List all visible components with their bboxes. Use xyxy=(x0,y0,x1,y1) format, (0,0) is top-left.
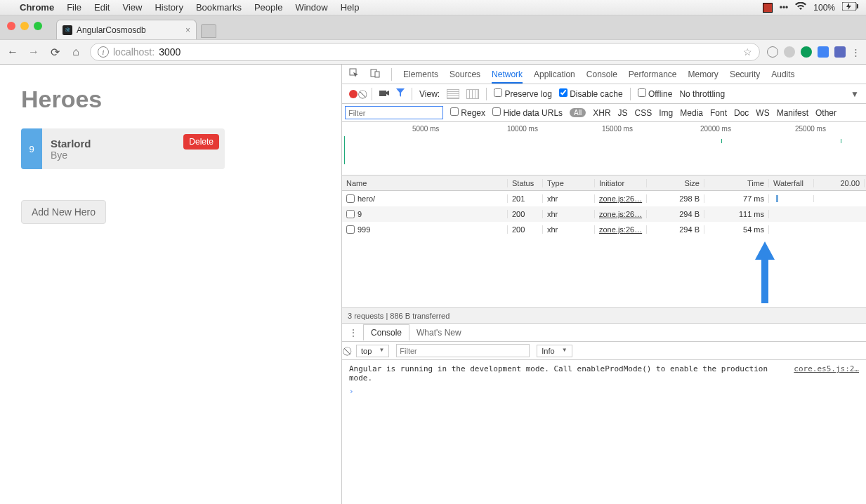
tab-security[interactable]: Security xyxy=(730,65,760,84)
tab-elements[interactable]: Elements xyxy=(403,65,438,84)
browser-menu-icon[interactable]: ⋮ xyxy=(851,47,860,58)
row-checkbox[interactable] xyxy=(346,210,355,218)
col-time[interactable]: Time xyxy=(704,179,769,187)
console-source-link[interactable]: core.es5.js:2… xyxy=(794,364,859,383)
regex-checkbox[interactable]: Regex xyxy=(450,107,485,118)
row-checkbox[interactable] xyxy=(346,194,355,203)
window-zoom[interactable] xyxy=(34,22,42,30)
battery-icon[interactable] xyxy=(842,2,859,13)
menubar-app[interactable]: Chrome xyxy=(20,2,54,13)
menu-edit[interactable]: Edit xyxy=(94,2,110,13)
nav-back-icon[interactable]: ← xyxy=(6,46,20,58)
type-ws[interactable]: WS xyxy=(756,108,769,118)
browser-tab[interactable]: ⚛ AngularCosmosdb × xyxy=(56,20,197,39)
console-filter-input[interactable] xyxy=(396,344,530,357)
menu-people[interactable]: People xyxy=(254,2,282,13)
preserve-log-checkbox[interactable]: Preserve log xyxy=(494,88,552,99)
table-row[interactable]: 9 200 xhr zone.js:26… 294 B 111 ms xyxy=(342,206,866,222)
col-waterfall[interactable]: Waterfall xyxy=(769,179,814,187)
col-name[interactable]: Name xyxy=(342,179,508,187)
view-frames-icon[interactable] xyxy=(466,89,479,99)
new-tab-button[interactable] xyxy=(201,24,216,38)
table-row[interactable]: 999 200 xhr zone.js:26… 294 B 54 ms xyxy=(342,222,866,237)
nav-forward-icon[interactable]: → xyxy=(27,46,41,58)
window-minimize[interactable] xyxy=(20,22,29,30)
camera-icon[interactable] xyxy=(379,89,389,99)
tab-application[interactable]: Application xyxy=(534,65,575,84)
type-media[interactable]: Media xyxy=(680,108,703,118)
menubar-app-icon[interactable] xyxy=(763,3,773,13)
ext-icon-3[interactable] xyxy=(801,46,812,58)
type-all[interactable]: All xyxy=(570,108,586,117)
cell-type: xhr xyxy=(543,210,595,218)
ext-icon-4[interactable] xyxy=(818,46,829,58)
menu-file[interactable]: File xyxy=(67,2,81,13)
window-close[interactable] xyxy=(7,22,15,30)
hero-card[interactable]: 9 Starlord Bye Delete xyxy=(21,128,225,169)
table-row[interactable]: hero/ 201 xhr zone.js:26… 298 B 77 ms xyxy=(342,191,866,206)
delete-button[interactable]: Delete xyxy=(183,134,219,150)
type-img[interactable]: Img xyxy=(659,108,673,118)
type-doc[interactable]: Doc xyxy=(734,108,749,118)
hide-data-urls-checkbox[interactable]: Hide data URLs xyxy=(492,107,563,118)
timeline-tick: 10000 ms xyxy=(507,125,538,133)
menu-history[interactable]: History xyxy=(155,2,183,13)
menu-view[interactable]: View xyxy=(122,2,142,13)
console-context-select[interactable]: top xyxy=(356,345,389,357)
row-checkbox[interactable] xyxy=(346,225,355,234)
drawer-menu-icon[interactable]: ⋮ xyxy=(349,328,357,338)
col-extra[interactable]: 20.00 xyxy=(814,179,865,187)
bookmark-star-icon[interactable]: ☆ xyxy=(743,46,752,58)
filter-icon[interactable] xyxy=(396,88,405,99)
type-manifest[interactable]: Manifest xyxy=(777,108,808,118)
cell-initiator[interactable]: zone.js:26… xyxy=(595,225,647,234)
record-button[interactable] xyxy=(349,90,357,98)
console-prompt-icon[interactable]: › xyxy=(349,387,859,396)
nav-reload-icon[interactable]: ⟳ xyxy=(48,46,62,59)
device-toggle-icon[interactable] xyxy=(370,68,380,80)
col-initiator[interactable]: Initiator xyxy=(595,179,647,187)
network-filter-input[interactable] xyxy=(345,106,443,119)
cell-initiator[interactable]: zone.js:26… xyxy=(595,210,647,218)
tab-performance[interactable]: Performance xyxy=(629,65,677,84)
timeline-tick: 25000 ms xyxy=(795,125,826,133)
tab-memory[interactable]: Memory xyxy=(688,65,719,84)
nav-home-icon[interactable]: ⌂ xyxy=(69,46,83,58)
view-list-icon[interactable] xyxy=(447,89,459,99)
tab-close-icon[interactable]: × xyxy=(185,25,190,35)
type-xhr[interactable]: XHR xyxy=(593,108,610,118)
tab-network[interactable]: Network xyxy=(492,65,523,84)
tab-audits[interactable]: Audits xyxy=(771,65,794,84)
menu-bookmarks[interactable]: Bookmarks xyxy=(196,2,242,13)
menu-window[interactable]: Window xyxy=(295,2,327,13)
network-timeline[interactable]: 5000 ms 10000 ms 15000 ms 20000 ms 25000… xyxy=(342,122,866,175)
window-controls xyxy=(7,22,42,30)
type-js[interactable]: JS xyxy=(618,108,628,118)
ext-icon-1[interactable] xyxy=(767,46,778,58)
type-css[interactable]: CSS xyxy=(635,108,652,118)
ext-icon-5[interactable] xyxy=(834,46,846,58)
console-level-select[interactable]: Info xyxy=(537,345,572,357)
address-bar[interactable]: i localhost:3000 ☆ xyxy=(90,43,760,61)
inspect-element-icon[interactable] xyxy=(349,68,359,80)
type-other[interactable]: Other xyxy=(815,108,837,118)
drawer-tab-whatsnew[interactable]: What's New xyxy=(409,325,468,340)
wifi-icon[interactable] xyxy=(795,2,806,13)
throttling-select[interactable]: No throttling xyxy=(679,89,725,99)
add-hero-button[interactable]: Add New Hero xyxy=(21,200,106,224)
overflow-icon[interactable]: ••• xyxy=(780,3,789,13)
menu-help[interactable]: Help xyxy=(341,2,360,13)
tab-console[interactable]: Console xyxy=(586,65,617,84)
type-font[interactable]: Font xyxy=(710,108,727,118)
cell-initiator[interactable]: zone.js:26… xyxy=(595,194,647,203)
col-status[interactable]: Status xyxy=(508,179,543,187)
tab-sources[interactable]: Sources xyxy=(450,65,480,84)
throttling-caret-icon[interactable]: ▼ xyxy=(851,89,859,99)
ext-icon-2[interactable] xyxy=(784,46,795,58)
offline-checkbox[interactable]: Offline xyxy=(638,88,673,99)
col-size[interactable]: Size xyxy=(647,179,704,187)
col-type[interactable]: Type xyxy=(543,179,595,187)
site-info-icon[interactable]: i xyxy=(98,46,109,58)
drawer-tab-console[interactable]: Console xyxy=(363,324,409,340)
disable-cache-checkbox[interactable]: Disable cache xyxy=(559,88,623,99)
